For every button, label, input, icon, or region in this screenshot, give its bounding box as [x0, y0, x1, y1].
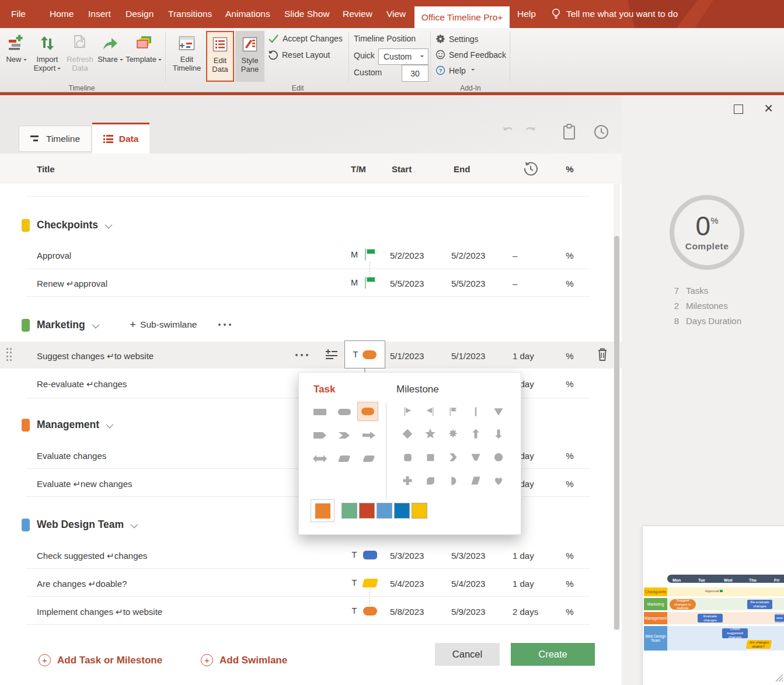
swimlane-checkpoints[interactable]: Checkpoints	[37, 219, 110, 231]
milestone-shape-half-circle-icon[interactable]	[442, 471, 464, 491]
milestone-shape-cross-icon[interactable]	[396, 471, 419, 491]
clipboard-button[interactable]	[561, 123, 577, 141]
edit-timeline-button[interactable]: Edit Timeline	[169, 33, 204, 72]
percent-cell[interactable]: %	[560, 279, 579, 288]
percent-cell[interactable]: %	[560, 579, 579, 589]
task-shape-rounded-rectangle-icon[interactable]	[333, 402, 356, 422]
scrollbar-thumb[interactable]	[614, 236, 619, 630]
task-shape-slanted-oval-icon[interactable]	[358, 448, 380, 468]
resize-handle-icon[interactable]	[775, 674, 783, 682]
milestone-shape-trapezoid-icon[interactable]	[465, 447, 487, 467]
swimlane-web-design-team[interactable]: Web Design Team	[37, 519, 136, 531]
duration-cell[interactable]: –	[513, 279, 517, 288]
share-button[interactable]: Share	[97, 33, 124, 64]
custom-position-input[interactable]: 30	[402, 65, 428, 82]
refresh-data-button[interactable]: Refresh Data	[64, 33, 96, 72]
start-cell[interactable]: 5/8/2023	[390, 607, 424, 617]
color-swatch-yellow[interactable]	[412, 503, 427, 519]
duration-cell[interactable]: –	[513, 251, 517, 260]
milestone-shape-star-icon[interactable]	[419, 424, 441, 444]
edit-data-button[interactable]: Edit Data	[206, 31, 234, 82]
task-title[interactable]: Implement changes ↵to website	[37, 607, 162, 617]
trash-icon[interactable]	[597, 347, 608, 362]
start-cell[interactable]: 5/5/2023	[390, 279, 424, 288]
task-shape-rounded-parallelogram-icon[interactable]	[333, 448, 356, 468]
milestone-flag-icon[interactable]	[364, 248, 377, 263]
task-title[interactable]: Suggest changes ↵to website	[37, 351, 154, 361]
milestone-shape-star-8point-icon[interactable]	[442, 424, 464, 444]
undo-button[interactable]	[501, 124, 517, 140]
tab-view[interactable]: View	[386, 0, 406, 28]
milestone-shape-flag-icon[interactable]	[442, 402, 464, 422]
help-button[interactable]: ? Help	[435, 65, 475, 75]
start-cell[interactable]: 5/3/2023	[390, 551, 424, 561]
tab-design[interactable]: Design	[126, 0, 154, 28]
milestone-shape-triangle-down-icon[interactable]	[487, 402, 510, 422]
cancel-button[interactable]: Cancel	[435, 643, 500, 666]
task-title[interactable]: Evaluate ↵new changes	[37, 479, 133, 489]
end-cell[interactable]: 5/4/2023	[451, 579, 485, 589]
tab-timeline-view[interactable]: Timeline	[19, 126, 92, 152]
duration-cell[interactable]: 1 day	[513, 579, 534, 589]
task-shape-chevron-icon[interactable]	[333, 425, 356, 445]
create-button[interactable]: Create	[511, 643, 595, 666]
tm-cell[interactable]: T	[349, 550, 360, 559]
close-button[interactable]: ×	[764, 99, 773, 117]
template-button[interactable]: Template	[125, 33, 162, 64]
new-button[interactable]: New	[4, 33, 29, 64]
task-shape-oval-icon-selected[interactable]	[357, 402, 378, 421]
color-swatch-orange-selected[interactable]	[311, 499, 334, 522]
milestone-shape-parallelogram-icon[interactable]	[465, 471, 487, 491]
task-title[interactable]: Are changes ↵doable?	[37, 579, 127, 589]
milestone-shape-flag-triangle-left-icon[interactable]	[419, 402, 441, 422]
end-cell[interactable]: 5/2/2023	[451, 251, 485, 260]
end-cell[interactable]: 5/9/2023	[451, 607, 485, 617]
end-cell[interactable]: 5/3/2023	[451, 551, 485, 561]
percent-cell[interactable]: %	[560, 351, 579, 361]
task-title[interactable]: Renew ↵approval	[37, 279, 107, 289]
quick-position-select[interactable]: Custom	[378, 48, 428, 65]
percent-cell[interactable]: %	[560, 479, 579, 489]
indent-icon[interactable]	[325, 348, 339, 361]
send-feedback-button[interactable]: Send Feedback	[435, 50, 506, 60]
tab-office-timeline-pro[interactable]: Office Timeline Pro+	[414, 6, 510, 28]
task-shape-rounded[interactable]	[363, 551, 377, 559]
tab-slide-show[interactable]: Slide Show	[284, 0, 330, 28]
task-shape-arrow-right-icon[interactable]	[358, 425, 380, 445]
add-swimlane-button[interactable]: + Add Swimlane	[201, 654, 287, 666]
reset-layout-button[interactable]: Reset Layout	[268, 50, 330, 60]
tab-transitions[interactable]: Transitions	[168, 0, 212, 28]
task-title[interactable]: Re-evaluate ↵changes	[37, 379, 127, 390]
percent-cell[interactable]: %	[560, 607, 579, 617]
add-sub-swimlane-button[interactable]: + Sub-swimlane	[130, 319, 197, 330]
end-cell[interactable]: 5/5/2023	[451, 279, 485, 288]
milestone-shape-rounded-square-icon[interactable]	[396, 447, 419, 467]
start-cell[interactable]: 5/4/2023	[390, 579, 424, 589]
milestone-shape-diamond-icon[interactable]	[396, 424, 419, 444]
swimlane-marketing[interactable]: Marketing	[37, 319, 97, 331]
color-swatch-green[interactable]	[342, 503, 357, 519]
settings-button[interactable]: Settings	[435, 34, 479, 44]
drag-handle-icon[interactable]	[6, 347, 12, 362]
percent-cell[interactable]: %	[560, 251, 579, 260]
color-swatch-dark-blue[interactable]	[394, 503, 410, 519]
maximize-button[interactable]	[734, 105, 743, 114]
accept-changes-button[interactable]: Accept Changes	[268, 34, 343, 43]
tm-cell[interactable]: T	[349, 578, 360, 587]
task-title[interactable]: Evaluate changes	[37, 451, 106, 461]
percent-cell[interactable]: %	[560, 551, 579, 561]
tell-me-box[interactable]: Tell me what you want to do	[551, 0, 678, 28]
task-shape-pentagon-arrow-icon[interactable]	[309, 425, 331, 445]
history-column-icon[interactable]	[522, 161, 539, 177]
tab-data-view[interactable]: Data	[92, 123, 149, 154]
duration-cell[interactable]: 1 day	[513, 351, 534, 361]
redo-button[interactable]	[521, 124, 538, 140]
import-export-button[interactable]: Import Export	[30, 33, 64, 72]
tab-insert[interactable]: Insert	[88, 0, 111, 28]
milestone-flag-icon[interactable]	[364, 276, 377, 291]
tm-cell[interactable]: T	[349, 606, 360, 616]
history-clock-button[interactable]	[593, 124, 609, 140]
milestone-shape-arrow-up-icon[interactable]	[465, 424, 487, 444]
tab-file[interactable]: File	[11, 0, 26, 28]
percent-cell[interactable]: %	[560, 451, 579, 461]
